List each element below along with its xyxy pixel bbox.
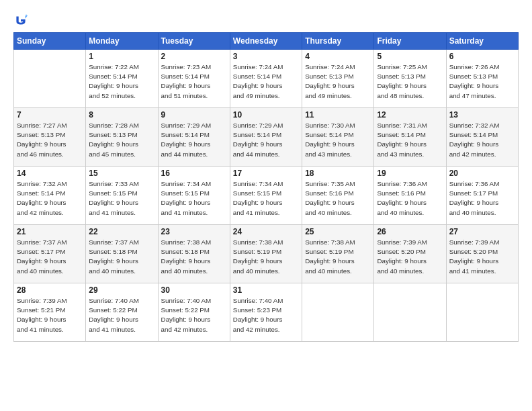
calendar-cell: 22Sunrise: 7:37 AM Sunset: 5:18 PM Dayli…	[86, 225, 158, 283]
logo	[13, 13, 31, 28]
day-info: Sunrise: 7:26 AM Sunset: 5:13 PM Dayligh…	[449, 62, 515, 101]
day-number: 2	[161, 52, 227, 61]
calendar-cell: 2Sunrise: 7:23 AM Sunset: 5:14 PM Daylig…	[158, 50, 230, 108]
day-info: Sunrise: 7:34 AM Sunset: 5:15 PM Dayligh…	[233, 179, 299, 218]
day-info: Sunrise: 7:39 AM Sunset: 5:21 PM Dayligh…	[17, 296, 83, 334]
day-number: 14	[17, 169, 83, 178]
weekday-header-friday: Friday	[374, 33, 446, 50]
calendar-cell: 1Sunrise: 7:22 AM Sunset: 5:14 PM Daylig…	[86, 50, 158, 108]
week-row-1: 1Sunrise: 7:22 AM Sunset: 5:14 PM Daylig…	[14, 50, 519, 108]
calendar-cell: 26Sunrise: 7:39 AM Sunset: 5:20 PM Dayli…	[374, 225, 446, 283]
day-number: 6	[449, 52, 515, 61]
page: SundayMondayTuesdayWednesdayThursdayFrid…	[0, 0, 532, 411]
day-info: Sunrise: 7:27 AM Sunset: 5:13 PM Dayligh…	[17, 121, 83, 159]
day-info: Sunrise: 7:24 AM Sunset: 5:13 PM Dayligh…	[305, 62, 371, 101]
day-number: 4	[305, 52, 371, 61]
calendar-cell: 6Sunrise: 7:26 AM Sunset: 5:13 PM Daylig…	[446, 50, 518, 108]
weekday-header-thursday: Thursday	[302, 33, 374, 50]
calendar-cell	[446, 283, 518, 342]
day-number: 8	[89, 110, 154, 120]
day-number: 12	[377, 110, 443, 120]
day-number: 25	[305, 227, 371, 236]
calendar-cell: 17Sunrise: 7:34 AM Sunset: 5:15 PM Dayli…	[230, 167, 302, 225]
weekday-header-saturday: Saturday	[446, 33, 518, 50]
day-number: 28	[17, 285, 83, 295]
calendar-cell: 31Sunrise: 7:40 AM Sunset: 5:23 PM Dayli…	[230, 283, 302, 342]
calendar-cell: 27Sunrise: 7:39 AM Sunset: 5:20 PM Dayli…	[446, 225, 518, 283]
week-row-2: 7Sunrise: 7:27 AM Sunset: 5:13 PM Daylig…	[14, 108, 519, 167]
calendar-cell: 13Sunrise: 7:32 AM Sunset: 5:14 PM Dayli…	[446, 108, 518, 167]
day-number: 21	[17, 227, 83, 236]
week-row-5: 28Sunrise: 7:39 AM Sunset: 5:21 PM Dayli…	[14, 283, 519, 342]
weekday-header-sunday: Sunday	[14, 33, 86, 50]
day-number: 30	[161, 285, 227, 295]
day-number: 15	[89, 169, 154, 178]
calendar-cell: 9Sunrise: 7:29 AM Sunset: 5:14 PM Daylig…	[158, 108, 230, 167]
calendar-cell: 15Sunrise: 7:33 AM Sunset: 5:15 PM Dayli…	[86, 167, 158, 225]
calendar-cell: 7Sunrise: 7:27 AM Sunset: 5:13 PM Daylig…	[14, 108, 86, 167]
calendar-header: SundayMondayTuesdayWednesdayThursdayFrid…	[14, 33, 519, 50]
day-number: 5	[377, 52, 443, 61]
calendar-cell: 25Sunrise: 7:38 AM Sunset: 5:19 PM Dayli…	[302, 225, 374, 283]
calendar-table: SundayMondayTuesdayWednesdayThursdayFrid…	[13, 32, 519, 342]
day-info: Sunrise: 7:30 AM Sunset: 5:14 PM Dayligh…	[305, 121, 371, 159]
day-info: Sunrise: 7:38 AM Sunset: 5:19 PM Dayligh…	[233, 238, 299, 276]
calendar-cell: 8Sunrise: 7:28 AM Sunset: 5:13 PM Daylig…	[86, 108, 158, 167]
day-info: Sunrise: 7:39 AM Sunset: 5:20 PM Dayligh…	[377, 238, 443, 276]
calendar-cell: 19Sunrise: 7:36 AM Sunset: 5:16 PM Dayli…	[374, 167, 446, 225]
day-number: 24	[233, 227, 299, 236]
day-number: 1	[89, 52, 154, 61]
calendar-cell: 11Sunrise: 7:30 AM Sunset: 5:14 PM Dayli…	[302, 108, 374, 167]
day-number: 11	[305, 110, 371, 120]
logo-icon	[13, 13, 28, 28]
day-info: Sunrise: 7:37 AM Sunset: 5:18 PM Dayligh…	[89, 238, 154, 276]
day-info: Sunrise: 7:32 AM Sunset: 5:14 PM Dayligh…	[17, 179, 83, 218]
calendar-cell: 30Sunrise: 7:40 AM Sunset: 5:22 PM Dayli…	[158, 283, 230, 342]
day-info: Sunrise: 7:23 AM Sunset: 5:14 PM Dayligh…	[161, 62, 227, 101]
day-number: 13	[449, 110, 515, 120]
day-number: 10	[233, 110, 299, 120]
calendar-cell: 18Sunrise: 7:35 AM Sunset: 5:16 PM Dayli…	[302, 167, 374, 225]
day-info: Sunrise: 7:29 AM Sunset: 5:14 PM Dayligh…	[233, 121, 299, 159]
day-info: Sunrise: 7:29 AM Sunset: 5:14 PM Dayligh…	[161, 121, 227, 159]
calendar-cell: 12Sunrise: 7:31 AM Sunset: 5:14 PM Dayli…	[374, 108, 446, 167]
calendar-cell: 23Sunrise: 7:38 AM Sunset: 5:18 PM Dayli…	[158, 225, 230, 283]
calendar-body: 1Sunrise: 7:22 AM Sunset: 5:14 PM Daylig…	[14, 50, 519, 342]
day-info: Sunrise: 7:39 AM Sunset: 5:20 PM Dayligh…	[449, 238, 515, 276]
day-info: Sunrise: 7:40 AM Sunset: 5:22 PM Dayligh…	[161, 296, 227, 334]
day-number: 23	[161, 227, 227, 236]
day-info: Sunrise: 7:36 AM Sunset: 5:17 PM Dayligh…	[449, 179, 515, 218]
calendar-cell: 28Sunrise: 7:39 AM Sunset: 5:21 PM Dayli…	[14, 283, 86, 342]
calendar-cell: 20Sunrise: 7:36 AM Sunset: 5:17 PM Dayli…	[446, 167, 518, 225]
day-number: 7	[17, 110, 83, 120]
weekday-header-monday: Monday	[86, 33, 158, 50]
day-info: Sunrise: 7:32 AM Sunset: 5:14 PM Dayligh…	[449, 121, 515, 159]
day-info: Sunrise: 7:36 AM Sunset: 5:16 PM Dayligh…	[377, 179, 443, 218]
day-number: 29	[89, 285, 154, 295]
day-info: Sunrise: 7:24 AM Sunset: 5:14 PM Dayligh…	[233, 62, 299, 101]
weekday-header-tuesday: Tuesday	[158, 33, 230, 50]
calendar-cell: 16Sunrise: 7:34 AM Sunset: 5:15 PM Dayli…	[158, 167, 230, 225]
weekday-header-wednesday: Wednesday	[230, 33, 302, 50]
day-info: Sunrise: 7:33 AM Sunset: 5:15 PM Dayligh…	[89, 179, 154, 218]
day-info: Sunrise: 7:28 AM Sunset: 5:13 PM Dayligh…	[89, 121, 154, 159]
calendar-cell	[302, 283, 374, 342]
calendar-cell: 14Sunrise: 7:32 AM Sunset: 5:14 PM Dayli…	[14, 167, 86, 225]
day-info: Sunrise: 7:37 AM Sunset: 5:17 PM Dayligh…	[17, 238, 83, 276]
day-number: 31	[233, 285, 299, 295]
calendar-cell: 3Sunrise: 7:24 AM Sunset: 5:14 PM Daylig…	[230, 50, 302, 108]
day-number: 19	[377, 169, 443, 178]
day-info: Sunrise: 7:40 AM Sunset: 5:22 PM Dayligh…	[89, 296, 154, 334]
day-number: 17	[233, 169, 299, 178]
day-info: Sunrise: 7:22 AM Sunset: 5:14 PM Dayligh…	[89, 62, 154, 101]
calendar-cell: 29Sunrise: 7:40 AM Sunset: 5:22 PM Dayli…	[86, 283, 158, 342]
day-info: Sunrise: 7:35 AM Sunset: 5:16 PM Dayligh…	[305, 179, 371, 218]
calendar-cell: 24Sunrise: 7:38 AM Sunset: 5:19 PM Dayli…	[230, 225, 302, 283]
day-number: 20	[449, 169, 515, 178]
calendar-cell: 21Sunrise: 7:37 AM Sunset: 5:17 PM Dayli…	[14, 225, 86, 283]
day-info: Sunrise: 7:38 AM Sunset: 5:19 PM Dayligh…	[305, 238, 371, 276]
day-info: Sunrise: 7:31 AM Sunset: 5:14 PM Dayligh…	[377, 121, 443, 159]
day-number: 22	[89, 227, 154, 236]
calendar-cell: 10Sunrise: 7:29 AM Sunset: 5:14 PM Dayli…	[230, 108, 302, 167]
day-info: Sunrise: 7:40 AM Sunset: 5:23 PM Dayligh…	[233, 296, 299, 334]
